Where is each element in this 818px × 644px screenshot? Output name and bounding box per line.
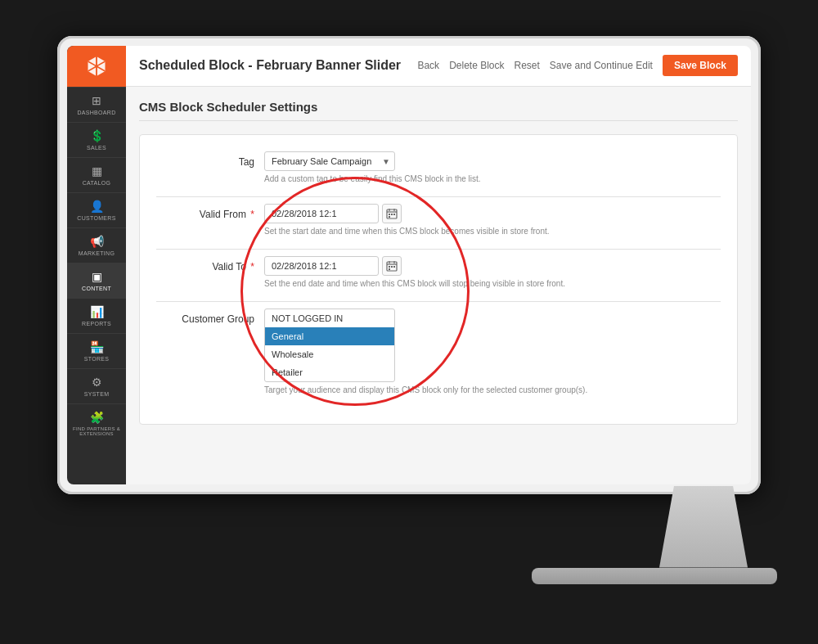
- sidebar-item-reports[interactable]: 📊 REPORTS: [67, 298, 126, 333]
- tag-field-group: February Sale Campaign March Campaign Sp…: [264, 151, 721, 183]
- calendar-svg-to: [386, 260, 398, 272]
- extensions-icon: 🧩: [90, 411, 104, 424]
- top-actions: Back Delete Block Reset Save and Continu…: [417, 55, 738, 76]
- catalog-icon: ▦: [92, 164, 102, 178]
- customer-group-row: Customer Group NOT LOGGED IN General Who…: [156, 308, 721, 394]
- svg-rect-12: [389, 266, 390, 268]
- valid-from-input[interactable]: [264, 204, 379, 223]
- svg-rect-13: [391, 266, 393, 268]
- sidebar-item-sales[interactable]: 💲 SALES: [67, 122, 126, 157]
- magento-logo-icon: [84, 54, 109, 79]
- stores-icon: 🏪: [90, 340, 104, 354]
- customer-group-label: Customer Group: [156, 308, 254, 325]
- sidebar-item-dashboard[interactable]: ⊞ DASHBOARD: [67, 87, 126, 122]
- dashboard-icon: ⊞: [92, 94, 101, 107]
- main-content: Scheduled Block - February Banner Slider…: [126, 46, 751, 484]
- valid-from-label: Valid From *: [156, 204, 254, 220]
- customer-group-field-group: NOT LOGGED IN General Wholesale Retailer…: [264, 308, 721, 394]
- sidebar-item-system[interactable]: ⚙ SYSTEM: [67, 368, 126, 403]
- content-icon: ▣: [92, 270, 102, 283]
- sidebar: ⊞ DASHBOARD 💲 SALES ▦ CATALOG 👤 CUSTOMER…: [67, 46, 126, 484]
- calendar-icon-from[interactable]: [382, 204, 402, 223]
- required-star-from: *: [250, 209, 254, 220]
- valid-to-field-group: Set the end date and time when this CMS …: [264, 256, 721, 288]
- valid-from-hint: Set the start date and time when this CM…: [264, 227, 721, 236]
- sales-icon: 💲: [90, 129, 104, 142]
- svg-rect-5: [391, 214, 393, 215]
- monitor-body: ⊞ DASHBOARD 💲 SALES ▦ CATALOG 👤 CUSTOMER…: [57, 36, 761, 494]
- customer-group-option-general[interactable]: General: [265, 327, 394, 345]
- divider-1: [156, 196, 721, 197]
- top-bar: Scheduled Block - February Banner Slider…: [126, 46, 751, 87]
- tag-row: Tag February Sale Campaign March Campaig…: [156, 151, 721, 183]
- sidebar-label-sales: SALES: [87, 145, 106, 151]
- required-star-to: *: [250, 261, 254, 272]
- reports-icon: 📊: [90, 305, 104, 318]
- section-title: CMS Block Scheduler Settings: [139, 100, 738, 121]
- valid-from-field-group: Set the start date and time when this CM…: [264, 204, 721, 236]
- customer-group-hint: Target your audience and display this CM…: [264, 385, 721, 394]
- sidebar-item-customers[interactable]: 👤 CUSTOMERS: [67, 192, 126, 227]
- valid-from-row: Valid From *: [156, 204, 721, 236]
- sidebar-item-catalog[interactable]: ▦ CATALOG: [67, 157, 126, 192]
- sidebar-label-extensions: FIND PARTNERS & EXTENSIONS: [70, 426, 123, 436]
- svg-rect-14: [393, 266, 395, 268]
- content-area: CMS Block Scheduler Settings Tag Februar…: [126, 87, 751, 484]
- tag-label: Tag: [156, 151, 254, 168]
- form-card: Tag February Sale Campaign March Campaig…: [139, 134, 738, 425]
- calendar-icon-to[interactable]: [382, 256, 402, 276]
- monitor: ⊞ DASHBOARD 💲 SALES ▦ CATALOG 👤 CUSTOMER…: [41, 28, 777, 617]
- customer-group-option-wholesale[interactable]: Wholesale: [265, 345, 394, 363]
- valid-to-hint: Set the end date and time when this CMS …: [264, 279, 721, 288]
- page-title: Scheduled Block - February Banner Slider: [139, 58, 401, 73]
- sidebar-label-customers: CUSTOMERS: [77, 215, 115, 221]
- svg-rect-15: [389, 268, 390, 270]
- sidebar-label-stores: STORES: [84, 356, 109, 362]
- sidebar-label-marketing: MARKETING: [79, 250, 115, 256]
- valid-to-input-wrapper: [264, 256, 721, 276]
- sidebar-label-content: CONTENT: [82, 286, 111, 291]
- divider-2: [156, 249, 721, 250]
- divider-3: [156, 301, 721, 302]
- customer-group-option-not-logged-in[interactable]: NOT LOGGED IN: [265, 309, 394, 327]
- customers-icon: 👤: [90, 200, 104, 213]
- valid-from-input-wrapper: [264, 204, 721, 223]
- calendar-svg-from: [386, 208, 398, 219]
- sidebar-item-extensions[interactable]: 🧩 FIND PARTNERS & EXTENSIONS: [67, 403, 126, 443]
- sidebar-label-system: SYSTEM: [84, 391, 110, 397]
- reset-button[interactable]: Reset: [515, 60, 540, 71]
- monitor-base: [532, 568, 777, 584]
- monitor-screen: ⊞ DASHBOARD 💲 SALES ▦ CATALOG 👤 CUSTOMER…: [67, 46, 751, 484]
- sidebar-label-reports: REPORTS: [82, 321, 111, 327]
- save-continue-button[interactable]: Save and Continue Edit: [550, 60, 653, 71]
- valid-to-label: Valid To *: [156, 256, 254, 272]
- marketing-icon: 📢: [90, 235, 104, 248]
- sidebar-label-dashboard: DASHBOARD: [77, 110, 115, 115]
- monitor-stand: [630, 486, 777, 568]
- valid-to-row: Valid To *: [156, 256, 721, 288]
- customer-group-select[interactable]: NOT LOGGED IN General Wholesale Retailer: [264, 308, 395, 382]
- delete-block-button[interactable]: Delete Block: [449, 60, 504, 71]
- sidebar-item-stores[interactable]: 🏪 STORES: [67, 333, 126, 368]
- tag-select-wrapper: February Sale Campaign March Campaign Sp…: [264, 151, 395, 171]
- svg-rect-4: [389, 214, 390, 215]
- save-block-button[interactable]: Save Block: [663, 55, 738, 76]
- sidebar-item-marketing[interactable]: 📢 MARKETING: [67, 227, 126, 263]
- valid-to-input[interactable]: [264, 256, 379, 276]
- customer-group-option-retailer[interactable]: Retailer: [265, 363, 394, 381]
- tag-hint: Add a custom tag to be easily find this …: [264, 174, 721, 183]
- sidebar-item-content[interactable]: ▣ CONTENT: [67, 263, 126, 298]
- sidebar-logo: [67, 46, 126, 87]
- back-button[interactable]: Back: [417, 60, 439, 71]
- tag-select[interactable]: February Sale Campaign March Campaign Sp…: [264, 151, 395, 171]
- system-icon: ⚙: [92, 376, 102, 389]
- svg-rect-7: [389, 216, 390, 218]
- svg-rect-6: [393, 214, 395, 215]
- sidebar-label-catalog: CATALOG: [83, 180, 111, 186]
